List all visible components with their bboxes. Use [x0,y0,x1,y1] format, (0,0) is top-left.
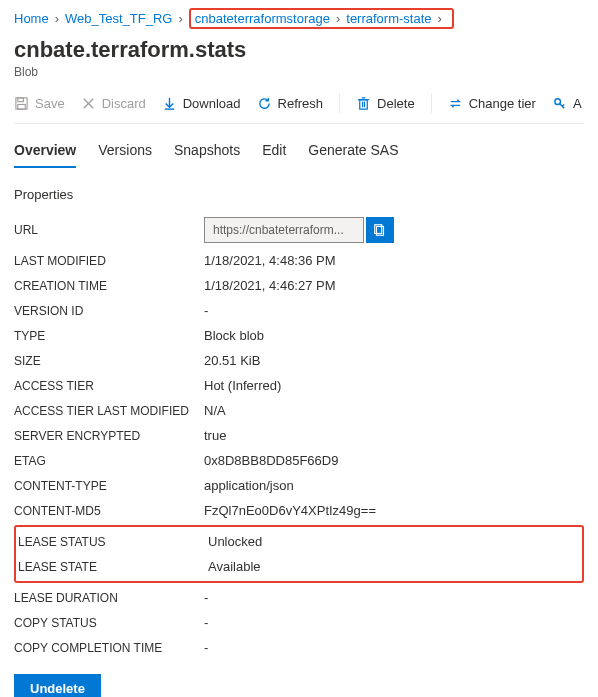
copy-icon [373,223,387,237]
url-input[interactable]: https://cnbateterraform... [204,217,364,243]
etag-label: ETAG [14,454,204,468]
lease-highlight: LEASE STATUSUnlocked LEASE STATEAvailabl… [14,525,584,583]
refresh-label: Refresh [278,96,324,111]
properties-header: Properties [14,187,584,202]
trash-icon [356,96,371,111]
download-icon [162,96,177,111]
server-encrypted-value: true [204,428,226,443]
swap-icon [448,96,463,111]
last-modified-value: 1/18/2021, 4:48:36 PM [204,253,336,268]
breadcrumb-home[interactable]: Home [14,11,49,26]
copy-completion-label: COPY COMPLETION TIME [14,641,204,655]
property-row: CONTENT-MD5FzQl7nEo0D6vY4XPtIz49g== [14,498,584,523]
copy-button[interactable] [366,217,394,243]
version-id-label: VERSION ID [14,304,204,318]
server-encrypted-label: SERVER ENCRYPTED [14,429,204,443]
chevron-right-icon: › [438,11,442,26]
breadcrumb-container[interactable]: terraform-state [346,11,431,26]
svg-rect-1 [18,97,24,101]
tabs: Overview Versions Snapshots Edit Generat… [14,142,584,169]
lease-icon [552,96,567,111]
version-id-value: - [204,303,208,318]
refresh-icon [257,96,272,111]
lease-duration-value: - [204,590,208,605]
lease-duration-label: LEASE DURATION [14,591,204,605]
property-row: COPY STATUS- [14,610,584,635]
delete-button[interactable]: Delete [356,96,415,111]
acquire-lease-button[interactable]: A [552,96,582,111]
breadcrumb-storage[interactable]: cnbateterraformstorage [195,11,330,26]
chevron-right-icon: › [178,11,182,26]
breadcrumb-highlight: cnbateterraformstorage › terraform-state… [189,8,454,29]
property-row: ETAG0x8D8BB8DD85F66D9 [14,448,584,473]
copy-status-label: COPY STATUS [14,616,204,630]
acquire-label: A [573,96,582,111]
change-tier-button[interactable]: Change tier [448,96,536,111]
tab-generate-sas[interactable]: Generate SAS [308,142,398,168]
copy-status-value: - [204,615,208,630]
delete-label: Delete [377,96,415,111]
breadcrumb-rg[interactable]: Web_Test_TF_RG [65,11,172,26]
page-title: cnbate.terraform.stats [14,37,584,63]
tab-overview[interactable]: Overview [14,142,76,168]
type-value: Block blob [204,328,264,343]
copy-completion-value: - [204,640,208,655]
discard-label: Discard [102,96,146,111]
property-row: COPY COMPLETION TIME- [14,635,584,660]
property-row: VERSION ID- [14,298,584,323]
chevron-right-icon: › [336,11,340,26]
lease-status-label: LEASE STATUS [18,535,208,549]
svg-rect-7 [360,99,368,108]
chevron-right-icon: › [55,11,59,26]
etag-value: 0x8D8BB8DD85F66D9 [204,453,338,468]
access-tier-lm-value: N/A [204,403,226,418]
access-tier-lm-label: ACCESS TIER LAST MODIFIED [14,404,204,418]
tab-versions[interactable]: Versions [98,142,152,168]
property-row: LEASE STATUSUnlocked [18,529,580,554]
creation-time-label: CREATION TIME [14,279,204,293]
property-row: ACCESS TIERHot (Inferred) [14,373,584,398]
change-tier-label: Change tier [469,96,536,111]
content-type-value: application/json [204,478,294,493]
toolbar-separator [431,93,432,113]
size-value: 20.51 KiB [204,353,260,368]
size-label: SIZE [14,354,204,368]
access-tier-label: ACCESS TIER [14,379,204,393]
save-icon [14,96,29,111]
content-md5-value: FzQl7nEo0D6vY4XPtIz49g== [204,503,376,518]
creation-time-value: 1/18/2021, 4:46:27 PM [204,278,336,293]
svg-rect-2 [18,104,26,109]
last-modified-label: LAST MODIFIED [14,254,204,268]
toolbar-separator [339,93,340,113]
tab-snapshots[interactable]: Snapshots [174,142,240,168]
svg-line-14 [562,104,564,106]
tab-edit[interactable]: Edit [262,142,286,168]
undelete-button[interactable]: Undelete [14,674,101,697]
property-row: TYPEBlock blob [14,323,584,348]
save-label: Save [35,96,65,111]
lease-state-value: Available [208,559,261,574]
discard-button: Discard [81,96,146,111]
content-md5-label: CONTENT-MD5 [14,504,204,518]
close-icon [81,96,96,111]
property-row: CREATION TIME1/18/2021, 4:46:27 PM [14,273,584,298]
download-button[interactable]: Download [162,96,241,111]
lease-state-label: LEASE STATE [18,560,208,574]
property-row: SERVER ENCRYPTEDtrue [14,423,584,448]
property-row: LEASE DURATION- [14,585,584,610]
url-label: URL [14,223,204,237]
breadcrumb: Home › Web_Test_TF_RG › cnbateterraforms… [14,8,584,29]
property-row: LAST MODIFIED1/18/2021, 4:48:36 PM [14,248,584,273]
refresh-button[interactable]: Refresh [257,96,324,111]
page-subtitle: Blob [14,65,584,79]
property-row: SIZE20.51 KiB [14,348,584,373]
type-label: TYPE [14,329,204,343]
save-button: Save [14,96,65,111]
content-type-label: CONTENT-TYPE [14,479,204,493]
lease-status-value: Unlocked [208,534,262,549]
toolbar: Save Discard Download Refresh Delete Cha… [14,93,584,124]
property-row: LEASE STATEAvailable [18,554,580,579]
property-row-url: URL https://cnbateterraform... [14,212,584,248]
access-tier-value: Hot (Inferred) [204,378,281,393]
download-label: Download [183,96,241,111]
